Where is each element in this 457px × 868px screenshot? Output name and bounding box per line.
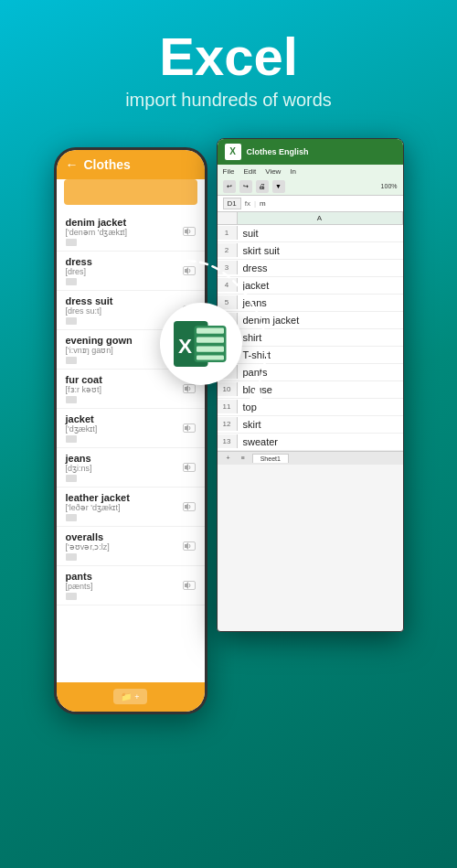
image-placeholder-icon <box>66 593 77 600</box>
formula-value: m <box>260 199 266 208</box>
phonetic-label: ['əʊvər,ɔ:lz] <box>66 542 177 552</box>
page-title: Excel <box>18 27 439 86</box>
col-a-header: A <box>238 212 403 224</box>
menu-edit[interactable]: Edit <box>243 167 256 176</box>
menu-view[interactable]: View <box>265 167 281 176</box>
svg-rect-15 <box>197 346 224 351</box>
svg-text:X: X <box>178 335 192 358</box>
sound-icon[interactable] <box>177 501 196 512</box>
excel-icon: X <box>174 316 228 371</box>
word-label: denim jacket <box>66 217 177 228</box>
word-label: leather jacket <box>66 492 177 503</box>
excel-file-title: Clothes English <box>247 147 309 156</box>
excel-titlebar: X Clothes English <box>218 139 403 165</box>
phone-footer: 📁 + <box>57 682 205 712</box>
add-button-label: + <box>134 692 139 702</box>
list-item[interactable]: leather jacket ['leðər 'dʒækɪt] <box>57 488 205 527</box>
phonetic-label: ['leðər 'dʒækɪt] <box>66 503 177 512</box>
menu-insert[interactable]: In <box>290 167 296 176</box>
list-item[interactable]: pants [pænts] <box>57 566 205 605</box>
list-item[interactable]: jeans [dʒi:ns] <box>57 448 205 488</box>
image-placeholder-icon <box>66 278 77 285</box>
row-number: 13 <box>218 434 238 448</box>
zoom-level: 100% <box>381 183 398 189</box>
svg-marker-9 <box>185 582 188 589</box>
list-item-text: jeans [dʒi:ns] <box>66 453 177 482</box>
list-item[interactable]: overalls ['əʊvər,ɔ:lz] <box>57 527 205 566</box>
svg-marker-7 <box>185 503 188 510</box>
excel-menubar: File Edit View In <box>218 165 403 178</box>
svg-rect-16 <box>197 355 224 359</box>
word-label: jeans <box>66 453 177 464</box>
add-sheet-button[interactable]: + <box>223 454 234 462</box>
filter-button[interactable]: ▼ <box>272 180 285 193</box>
image-placeholder-icon <box>66 239 77 246</box>
formula-fx-label: fx <box>245 199 250 208</box>
print-button[interactable]: 🖨 <box>256 180 269 193</box>
sheet-menu-button[interactable]: ≡ <box>238 454 249 462</box>
excel-toolbar: ↩ ↪ 🖨 ▼ 100% <box>218 178 403 196</box>
excel-file-icon: X <box>225 144 241 160</box>
svg-marker-5 <box>185 424 188 432</box>
image-placeholder-icon <box>66 357 77 364</box>
list-item-text: overalls ['əʊvər,ɔ:lz] <box>66 531 177 561</box>
phone-screen: ← Clothes denim jacket ['denəm 'dʒækɪt] <box>57 150 205 712</box>
svg-marker-6 <box>185 464 188 471</box>
cell-value: sweater <box>238 434 403 450</box>
phone-search-bar[interactable] <box>64 179 197 205</box>
sheet1-tab[interactable]: Sheet1 <box>252 454 289 463</box>
sound-icon[interactable] <box>177 541 196 552</box>
cell-reference[interactable]: D1 <box>223 198 241 209</box>
speaker-icon <box>183 541 196 551</box>
speaker-icon <box>183 227 196 236</box>
folder-add-button[interactable]: 📁 + <box>113 689 146 704</box>
undo-button[interactable]: ↩ <box>223 180 236 193</box>
image-placeholder-icon <box>66 435 77 443</box>
redo-button[interactable]: ↪ <box>239 180 252 193</box>
image-placeholder-icon <box>66 514 77 521</box>
sound-icon[interactable] <box>177 423 196 434</box>
svg-marker-8 <box>185 542 188 550</box>
speaker-icon <box>183 423 196 433</box>
phone-header: ← Clothes <box>57 150 205 179</box>
sound-icon[interactable] <box>177 580 196 591</box>
sound-icon[interactable] <box>177 226 196 237</box>
excel-logo-circle: X <box>160 303 242 385</box>
folder-icon: 📁 <box>121 691 132 702</box>
excel-x-letter: X <box>229 146 236 156</box>
content-area: ← Clothes denim jacket ['denəm 'dʒækɪt] <box>0 120 457 714</box>
sound-icon[interactable] <box>177 462 196 473</box>
excel-formula-bar: D1 fx | m <box>218 196 403 212</box>
speaker-icon <box>183 581 196 590</box>
speaker-icon <box>183 463 196 472</box>
svg-rect-14 <box>197 337 224 342</box>
row-number-header <box>218 212 238 224</box>
list-item-text: leather jacket ['leðər 'dʒækɪt] <box>66 492 177 521</box>
list-item-text: pants [pænts] <box>66 571 177 600</box>
speaker-icon <box>183 502 196 511</box>
header-section: Excel import hundreds of words <box>0 0 457 120</box>
phonetic-label: [dʒi:ns] <box>66 464 177 473</box>
menu-file[interactable]: File <box>223 167 235 176</box>
phone-screen-title: Clothes <box>84 157 131 172</box>
excel-sheet-tabs: + ≡ Sheet1 <box>218 451 403 465</box>
word-label: pants <box>66 571 177 582</box>
phonetic-label: ['denəm 'dʒækɪt] <box>66 228 177 237</box>
image-placeholder-icon <box>66 475 77 482</box>
word-label: overalls <box>66 531 177 542</box>
column-header-row: A <box>218 212 403 225</box>
phonetic-label: [pænts] <box>66 582 177 591</box>
back-arrow-icon[interactable]: ← <box>66 157 79 172</box>
image-placeholder-icon <box>66 553 77 561</box>
phone-mockup: ← Clothes denim jacket ['denəm 'dʒækɪt] <box>54 147 207 714</box>
page-subtitle: import hundreds of words <box>18 90 439 111</box>
image-placeholder-icon <box>66 317 77 325</box>
table-row[interactable]: 13 sweater <box>218 434 403 451</box>
image-placeholder-icon <box>66 396 77 403</box>
svg-rect-13 <box>197 327 224 333</box>
svg-marker-0 <box>185 228 188 235</box>
phonetic-label: ['dʒækɪt] <box>66 424 177 434</box>
